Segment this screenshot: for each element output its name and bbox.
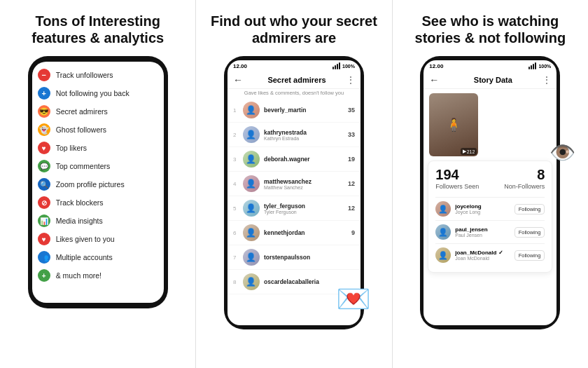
feature-item: 💬Top commenters — [38, 160, 158, 172]
follower-realname: Joan McDonald — [455, 256, 510, 261]
feature-icon: ♥ — [38, 233, 50, 245]
feature-item: −Track unfollowers — [38, 69, 158, 81]
admirer-realname: Tyler Ferguson — [264, 210, 344, 214]
feature-label: Top likers — [56, 144, 87, 152]
feature-icon: + — [38, 269, 50, 282]
feature-item: ♥Likes given to you — [38, 233, 158, 245]
follower-info: joan_McDonald ✓ Joan McDonald — [455, 250, 510, 261]
follower-realname: Paul Jensen — [455, 233, 510, 238]
eye-decoration: 👁️ — [550, 140, 575, 165]
admirer-row: 5 👤 tyler_ferguson Tyler Ferguson 12 — [227, 196, 360, 221]
story-view-count: ▶ 212 — [461, 148, 477, 155]
status-bar-2: 12.00 100% — [227, 60, 360, 71]
admirer-row: 6 👤 kennethjordan 9 — [227, 221, 360, 245]
phone-screen-3: 12.00 100% ← Story Data ⋮ — [424, 60, 556, 325]
non-followers-label: Non-Followers — [504, 183, 545, 190]
admirer-info: beverly_martin — [264, 107, 344, 114]
panel-admirers: Find out who your secret admirers are 12… — [196, 0, 392, 368]
feature-icon: 🔍 — [38, 178, 50, 191]
screen-title-3: Story Data — [443, 76, 542, 84]
admirer-username: kathrynestrada — [264, 129, 344, 136]
feature-label: Track unfollowers — [56, 71, 113, 79]
admirer-row: 1 👤 beverly_martin 35 — [227, 98, 360, 123]
feature-label: Likes given to you — [56, 235, 115, 243]
feature-label: Top commenters — [56, 162, 111, 170]
following-badge: Following — [514, 227, 545, 238]
admirer-count: 12 — [348, 205, 355, 212]
admirer-row: 7 👤 torstenpaulsson — [227, 245, 360, 270]
feature-label: Media insights — [56, 217, 103, 225]
panel-features: Tons of Interesting features & analytics… — [0, 0, 196, 368]
feature-icon: 👻 — [38, 123, 50, 136]
admirer-num: 1 — [233, 107, 239, 114]
feature-label: Track blockers — [56, 198, 104, 207]
time-display: 12.00 — [233, 63, 247, 69]
feature-label: Not following you back — [56, 89, 130, 97]
admirer-avatar: 👤 — [243, 200, 260, 217]
follower-username: joan_McDonald ✓ — [455, 250, 510, 256]
screen-subtitle-2: Gave likes & comments, doesn't follow yo… — [227, 89, 360, 98]
admirer-row: 3 👤 deborah.wagner 19 — [227, 147, 360, 172]
admirer-avatar: 👤 — [243, 224, 260, 241]
admirers-list: 1 👤 beverly_martin 35 2 👤 kathrynestrada… — [227, 98, 360, 294]
follower-entry: 👤 joan_McDonald ✓ Joan McDonald Followin… — [435, 243, 545, 266]
followers-seen-stat: 194 Followers Seen — [435, 167, 479, 190]
admirer-info: kennethjordan — [264, 229, 347, 236]
feature-icon: 📊 — [38, 214, 50, 227]
admirer-username: matthewsanchez — [264, 178, 344, 185]
admirer-row: 4 👤 matthewsanchez Matthew Sanchez 12 — [227, 172, 360, 196]
feature-item: ⊘Track blockers — [38, 196, 158, 209]
followers-seen-number: 194 — [435, 167, 479, 183]
non-followers-number: 8 — [504, 167, 545, 183]
followers-seen-label: Followers Seen — [435, 183, 479, 190]
feature-label: Secret admirers — [56, 107, 108, 116]
features-list: −Track unfollowers+Not following you bac… — [32, 62, 164, 294]
follower-realname: Joyce Long — [455, 210, 510, 214]
story-thumbnail: 🧍 ▶ 212 — [429, 93, 478, 156]
follower-username: paul_jensen — [455, 226, 510, 233]
admirer-username: deborah.wagner — [264, 156, 344, 163]
follower-avatar: 👤 — [435, 201, 451, 217]
follower-info: joycelong Joyce Long — [455, 203, 510, 214]
non-followers-stat: 8 Non-Followers — [504, 167, 545, 190]
battery-percent-3: 100% — [538, 64, 551, 69]
feature-icon: + — [38, 87, 50, 100]
feature-item: ♥Top likers — [38, 142, 158, 154]
phone-mockup-1: −Track unfollowers+Not following you bac… — [28, 56, 168, 308]
admirer-info: kathrynestrada Kathryn Estrada — [264, 129, 344, 141]
admirer-username: tyler_ferguson — [264, 203, 344, 210]
admirer-avatar: 👤 — [243, 151, 260, 168]
admirer-num: 4 — [233, 181, 239, 187]
signal-icon — [332, 62, 340, 69]
admirer-count: 19 — [348, 156, 355, 163]
panel-story: See who is watching stories & not follow… — [393, 0, 588, 368]
admirer-num: 2 — [233, 132, 239, 138]
admirer-username: beverly_martin — [264, 107, 344, 114]
follower-username: joycelong — [455, 203, 510, 210]
panel2-title: Find out who your secret admirers are — [207, 13, 380, 46]
admirer-info: torstenpaulsson — [264, 254, 355, 261]
admirer-username: torstenpaulsson — [264, 254, 355, 261]
feature-item: 👻Ghost followers — [38, 123, 158, 136]
follower-avatar: 👤 — [435, 247, 451, 263]
signal-icon-3 — [528, 62, 536, 69]
feature-label: Multiple accounts — [56, 253, 113, 261]
follower-avatar: 👤 — [435, 224, 451, 240]
back-arrow-icon: ← — [233, 74, 243, 86]
back-arrow-icon-3: ← — [429, 74, 439, 86]
feature-label: Ghost followers — [56, 125, 106, 134]
followers-list: 👤 joycelong Joyce Long Following 👤 paul_… — [435, 197, 545, 266]
screen-header-3: ← Story Data ⋮ — [424, 71, 556, 89]
admirer-count: 9 — [351, 229, 355, 236]
admirer-avatar: 👤 — [243, 249, 260, 266]
admirer-num: 5 — [233, 205, 239, 212]
admirer-num: 7 — [233, 254, 239, 261]
admirer-count: 33 — [348, 131, 355, 138]
admirer-realname: Matthew Sanchez — [264, 185, 344, 190]
feature-label: & much more! — [56, 271, 102, 280]
feature-icon: − — [38, 69, 50, 81]
admirer-num: 3 — [233, 156, 239, 163]
screen-title-2: Secret admirers — [247, 76, 346, 84]
feature-icon: 💬 — [38, 160, 50, 172]
feature-icon: 😎 — [38, 105, 50, 118]
